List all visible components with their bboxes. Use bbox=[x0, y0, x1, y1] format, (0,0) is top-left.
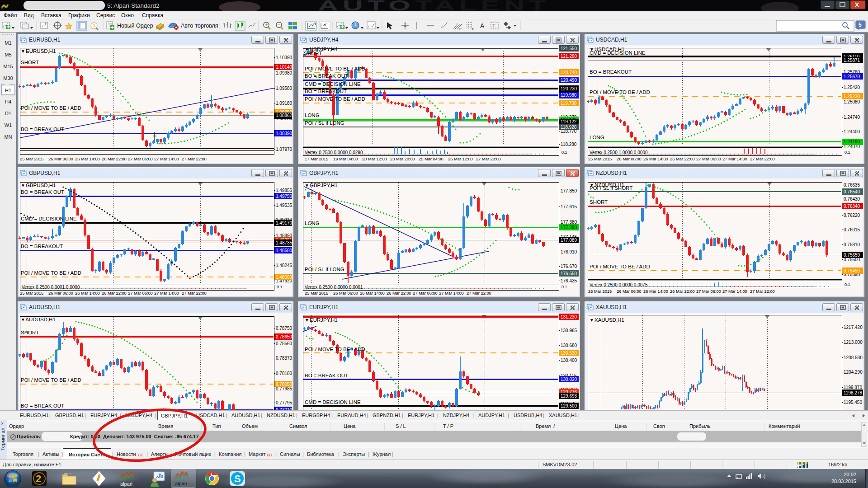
svg-text:T: T bbox=[492, 23, 495, 28]
svg-text:1.09580: 1.09580 bbox=[276, 86, 292, 91]
svg-text:176.670: 176.670 bbox=[561, 264, 577, 269]
svg-text:0.78750: 0.78750 bbox=[276, 326, 292, 331]
svg-text:5: 5 bbox=[859, 22, 862, 28]
svg-text:26 Mar 22:00: 26 Mar 22:00 bbox=[670, 289, 695, 294]
svg-text:1199.870: 1199.870 bbox=[844, 385, 862, 390]
svg-text:1217.420: 1217.420 bbox=[844, 325, 863, 330]
svg-text:0.78050: 0.78050 bbox=[276, 382, 292, 387]
svg-text:17 Mar 2015: 17 Mar 2015 bbox=[305, 157, 328, 161]
svg-text:26 Mar 06:00: 26 Mar 06:00 bbox=[617, 289, 642, 294]
svg-text:BO = BREAKOUT: BO = BREAKOUT bbox=[305, 89, 347, 94]
svg-text:▾ XAUUSD,H1: ▾ XAUUSD,H1 bbox=[590, 317, 624, 323]
svg-text:0.1: 0.1 bbox=[844, 282, 850, 287]
svg-text:1.08390: 1.08390 bbox=[276, 131, 292, 136]
svg-text:25 Mar 04:00: 25 Mar 04:00 bbox=[419, 157, 443, 161]
svg-text:POI / SL if SHORT: POI / SL if SHORT bbox=[590, 185, 632, 191]
svg-text:23 Mar 20:00: 23 Mar 20:00 bbox=[390, 157, 415, 161]
svg-text:26 Mar 14:00: 26 Mar 14:00 bbox=[75, 157, 100, 161]
svg-text:27 Mar 06:00: 27 Mar 06:00 bbox=[413, 291, 438, 296]
svg-text:0.75810: 0.75810 bbox=[844, 242, 860, 247]
svg-text:130.965: 130.965 bbox=[561, 328, 577, 333]
svg-text:1.25080: 1.25080 bbox=[844, 99, 860, 104]
svg-text:alpari: alpari bbox=[120, 481, 132, 487]
svg-text:BO = BREAKOUT: BO = BREAKOUT bbox=[21, 244, 63, 249]
svg-text:27 Mar 06:00: 27 Mar 06:00 bbox=[128, 291, 153, 296]
svg-text:177.850: 177.850 bbox=[561, 188, 577, 193]
svg-text:27 Mar 20:00: 27 Mar 20:00 bbox=[476, 157, 501, 161]
svg-text:1.25871: 1.25871 bbox=[844, 58, 860, 63]
svg-text:27 Mar 14:00: 27 Mar 14:00 bbox=[154, 157, 179, 161]
svg-text:27 Mar 22:00: 27 Mar 22:00 bbox=[467, 291, 491, 296]
svg-text:Новый Ордер: Новый Ордер bbox=[117, 23, 153, 29]
svg-text:26 Mar 14:00: 26 Mar 14:00 bbox=[75, 291, 100, 296]
svg-text:0.78370: 0.78370 bbox=[276, 356, 292, 361]
svg-text:130.680: 130.680 bbox=[561, 343, 577, 348]
svg-text:POI / MOVE TO BE / ADD: POI / MOVE TO BE / ADD bbox=[21, 270, 81, 276]
svg-text:CMD = DECISION LINE: CMD = DECISION LINE bbox=[21, 216, 77, 221]
svg-text:26 Mar 14:00: 26 Mar 14:00 bbox=[643, 157, 668, 161]
svg-text:26 Mar 14:00: 26 Mar 14:00 bbox=[643, 289, 668, 294]
svg-text:0.76635: 0.76635 bbox=[844, 183, 860, 188]
svg-text:1.49170: 1.49170 bbox=[276, 221, 292, 225]
svg-text:129.693: 129.693 bbox=[561, 394, 577, 399]
svg-text:BO = BREAK OUT: BO = BREAK OUT bbox=[21, 189, 64, 195]
svg-text:E: E bbox=[459, 27, 462, 31]
svg-text:▾ EURUSD,H1: ▾ EURUSD,H1 bbox=[22, 48, 56, 54]
svg-text:SHORT: SHORT bbox=[590, 199, 608, 205]
svg-text:POI / SL if LONG: POI / SL if LONG bbox=[305, 120, 344, 126]
svg-text:27 Mar 06:00: 27 Mar 06:00 bbox=[696, 157, 721, 161]
svg-text:SHORT: SHORT bbox=[21, 330, 39, 335]
svg-text:1.07970: 1.07970 bbox=[276, 147, 292, 152]
svg-text:118.920: 118.920 bbox=[561, 125, 577, 130]
svg-text:27 Mar 14:00: 27 Mar 14:00 bbox=[439, 291, 464, 296]
svg-text:1.24740: 1.24740 bbox=[844, 115, 860, 120]
svg-text:1.25420: 1.25420 bbox=[844, 85, 860, 90]
svg-text:▾ GBPJPY,H1: ▾ GBPJPY,H1 bbox=[306, 183, 338, 188]
svg-text:1.49535: 1.49535 bbox=[276, 203, 292, 208]
svg-text:25 Mar 2015: 25 Mar 2015 bbox=[20, 291, 43, 296]
svg-text:LONG: LONG bbox=[305, 113, 320, 118]
svg-text:0.76220: 0.76220 bbox=[844, 213, 860, 218]
svg-text:1204.290: 1204.290 bbox=[844, 370, 863, 375]
svg-text:119.730: 119.730 bbox=[561, 101, 577, 106]
svg-text:26 Mar 22:00: 26 Mar 22:00 bbox=[670, 157, 695, 161]
svg-text:27 Mar 22:00: 27 Mar 22:00 bbox=[750, 157, 775, 161]
svg-text:1.08862: 1.08862 bbox=[276, 113, 292, 118]
svg-text:0.78650: 0.78650 bbox=[276, 334, 292, 339]
svg-text:27 Mar 14:00: 27 Mar 14:00 bbox=[722, 289, 747, 294]
svg-text:Vertex 0.2500 0.0000 0.0075: Vertex 0.2500 0.0000 0.0075 bbox=[590, 282, 648, 287]
svg-text:1213.000: 1213.000 bbox=[844, 340, 863, 345]
svg-text:POI / MOVE TO BE / ADD: POI / MOVE TO BE / ADD bbox=[305, 96, 365, 102]
svg-text:0.77795: 0.77795 bbox=[276, 400, 292, 405]
svg-text:BO = BREAKOUT: BO = BREAKOUT bbox=[590, 69, 632, 75]
svg-text:25 Mar 2015: 25 Mar 2015 bbox=[588, 157, 612, 161]
svg-text:1.25220: 1.25220 bbox=[844, 94, 860, 99]
svg-text:177.089: 177.089 bbox=[561, 238, 577, 243]
svg-text:0.78180: 0.78180 bbox=[276, 371, 292, 376]
svg-text:120.230: 120.230 bbox=[561, 86, 577, 91]
svg-text:alpari: alpari bbox=[175, 481, 187, 486]
svg-text:1195.450: 1195.450 bbox=[844, 400, 862, 405]
svg-text:26 Mar 06:00: 26 Mar 06:00 bbox=[617, 157, 642, 161]
svg-text:1.09980: 1.09980 bbox=[276, 70, 292, 75]
svg-text:SHORT: SHORT bbox=[21, 60, 39, 65]
svg-text:▾ AUDUSD,H1: ▾ AUDUSD,H1 bbox=[22, 317, 56, 322]
svg-text:BO = BREAK OUT: BO = BREAK OUT bbox=[21, 403, 64, 408]
svg-text:0.75450: 0.75450 bbox=[844, 268, 860, 273]
svg-text:26 Mar 14:00: 26 Mar 14:00 bbox=[360, 291, 385, 296]
svg-text:130.020: 130.020 bbox=[561, 377, 577, 382]
svg-text:176.550: 176.550 bbox=[561, 271, 577, 276]
svg-text:130.400: 130.400 bbox=[561, 358, 577, 363]
svg-text:CMD = DECISION LINE: CMD = DECISION LINE bbox=[305, 81, 361, 87]
svg-text:26 Mar 06:00: 26 Mar 06:00 bbox=[48, 291, 73, 296]
svg-text:Vertex 0.2500 1.0000 0.0000: Vertex 0.2500 1.0000 0.0000 bbox=[590, 150, 648, 155]
svg-text:1.49855: 1.49855 bbox=[276, 188, 292, 193]
svg-text:0.76540: 0.76540 bbox=[844, 189, 860, 194]
svg-text:1.10140: 1.10140 bbox=[276, 65, 292, 70]
svg-text:1.24400: 1.24400 bbox=[844, 129, 860, 134]
svg-text:1.49750: 1.49750 bbox=[276, 194, 292, 199]
svg-text:Vertex 0.2500 0.0000 0.0290: Vertex 0.2500 0.0000 0.0290 bbox=[305, 150, 363, 155]
svg-text:118.280: 118.280 bbox=[561, 142, 577, 147]
svg-text:120.490: 120.490 bbox=[561, 78, 577, 83]
svg-text:26 Mar 22:00: 26 Mar 22:00 bbox=[102, 157, 127, 161]
